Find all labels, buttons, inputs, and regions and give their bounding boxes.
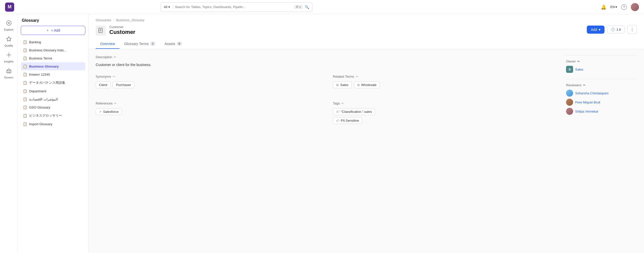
insights-label: Insights [4,60,14,63]
glossary-item-department[interactable]: 📋 Department [21,87,85,95]
synonym-purchaser[interactable]: Purchaser [113,81,134,88]
svg-rect-8 [7,70,11,73]
owner-edit-icon[interactable]: ✏ [577,59,580,63]
glossary-item-arabic-indicators[interactable]: 📋 المؤشرات الإقتصادية [21,95,85,103]
quality-icon [6,36,12,43]
synonym-client[interactable]: Client [96,81,111,88]
glossary-item-import-glossary[interactable]: 📋 Import Glossary [21,120,85,128]
glossary-item-client-12345[interactable]: 📋 Клиент 12345 [21,70,85,78]
language-selector[interactable]: EN ▾ [610,5,617,9]
sidebar-item-explore[interactable]: Explore [2,18,16,33]
tabs: Overview Glossary Terms 2 Assets 8 [96,39,637,49]
sidebar-item-quality[interactable]: Quality [2,34,16,49]
term-icon-sales: ⊞ [336,83,339,87]
chevron-down-icon: ▾ [599,28,600,32]
reviewer-name-shilpa[interactable]: Shilpa Vernekar [575,110,598,113]
glossary-item-banking[interactable]: 📋 Banking [21,38,85,46]
reviewer-name-pere[interactable]: Pere Miquel Brull [575,100,600,104]
glossary-item-business-terms[interactable]: 📋 Business Terms [21,54,85,62]
sidebar-item-govern[interactable]: Govern [2,66,16,81]
references-section: References ✏ ↗ Salesforce [96,101,323,124]
tags-label: Tags ✏ [333,101,560,105]
owner-name[interactable]: Sales [575,68,583,71]
doc-icon: 📋 [23,105,27,109]
references-tags: ↗ Salesforce [96,108,323,115]
synonyms-edit-icon[interactable]: ✏ [113,75,115,78]
reviewer-sriharsha: Sriharsha Chintalapani [566,90,637,97]
add-primary-button[interactable]: Add ▾ [587,26,605,34]
svg-point-3 [8,54,10,56]
glossary-item-business-glossary-indo[interactable]: 📋 Business Glossary Indo... [21,46,85,54]
tag-pii-sensitive[interactable]: 🏷 PII.Sensitive [333,117,362,124]
page-header-row: Customer Customer Add ▾ 🕐 1.6 ⋮ [96,25,637,36]
glossary-sidebar: Glossary ＋ + Add 📋 Banking 📋 Business Gl… [18,14,89,253]
content-body: Description ✏ Customer or client for the… [89,49,644,137]
references-edit-icon[interactable]: ✏ [114,101,117,105]
doc-icon: 📋 [23,81,27,85]
related-terms-section: Related Terms ✏ ⊞ Sales ⊞ Wholesale [333,75,560,88]
breadcrumb-glossaries[interactable]: Glossaries [96,18,111,22]
page-title-text: Customer Customer [109,25,135,35]
reviewer-name-sriharsha[interactable]: Sriharsha Chintalapani [575,91,609,95]
avatar[interactable] [631,3,639,11]
glossary-item-data-governance-jp[interactable]: 📋 データガバナンス用語集 [21,78,85,87]
svg-marker-2 [6,37,11,41]
search-bar: All ▾ ⌘K 🔍 [160,2,312,12]
header-actions: Add ▾ 🕐 1.6 ⋮ [587,25,637,34]
reference-salesforce[interactable]: ↗ Salesforce [96,108,122,115]
doc-icon: 📋 [23,56,27,60]
version-button[interactable]: 🕐 1.6 [607,26,625,33]
description-edit-icon[interactable]: ✏ [114,55,116,59]
tag-icon-1: 🏷 [336,110,339,114]
explore-icon [6,20,12,27]
glossary-item-business-glossary[interactable]: 📋 Business Glossary [21,62,85,70]
explore-label: Explore [4,28,13,31]
glossary-item-gso-glossary[interactable]: 📋 GSO Glossary [21,103,85,111]
synonyms-section: Synonyms ✏ Client Purchaser [96,75,323,88]
related-terms-tags: ⊞ Sales ⊞ Wholesale [333,81,560,88]
tab-assets[interactable]: Assets 8 [160,39,187,49]
description-section: Description ✏ Customer or client for the… [96,55,560,68]
search-icon: 🔍 [305,5,309,9]
tags-edit-icon[interactable]: ✏ [341,101,344,105]
tag-icon-2: 🏷 [336,119,339,122]
breadcrumb-business-glossary: Business_Glossary [116,18,144,22]
synonyms-label: Synonyms ✏ [96,75,323,78]
doc-icon: 📋 [23,122,27,126]
reviewer-avatar-sriharsha [566,90,573,97]
assets-badge: 8 [177,42,182,46]
breadcrumb: Glossaries / Business_Glossary [96,18,637,22]
topbar: M All ▾ ⌘K 🔍 🔔 EN ▾ ? [0,0,644,14]
doc-icon: 📋 [23,89,27,93]
doc-icon: 📋 [23,64,27,68]
app-logo[interactable]: M [5,3,14,12]
doc-icon: 📋 [23,40,27,44]
chevron-down-icon: ▾ [615,5,617,9]
tab-glossary-terms[interactable]: Glossary Terms 2 [119,39,160,49]
reviewers-edit-icon[interactable]: ✏ [583,83,586,87]
content-main: Description ✏ Customer or client for the… [96,55,560,131]
divider [566,79,637,79]
glossary-item-business-glossary-jp[interactable]: 📋 ビジネスグロッサリー [21,111,85,120]
govern-label: Govern [4,76,13,79]
page-title-wrap: Customer Customer [96,25,135,36]
help-icon[interactable]: ? [621,4,627,10]
tag-classification-sales[interactable]: 🏷 "Classification.".sales [333,108,375,115]
doc-icon: 📋 [23,114,27,118]
related-terms-edit-icon[interactable]: ✏ [356,75,358,78]
tab-overview[interactable]: Overview [96,39,119,49]
plus-icon: ＋ [46,28,49,33]
related-term-sales[interactable]: ⊞ Sales [333,81,352,88]
description-text: Customer or client for the business. [96,62,560,68]
glossary-add-button[interactable]: ＋ + Add [21,26,85,35]
svg-point-0 [6,21,11,25]
owner-section: Owner ✏ S Sales [566,59,637,73]
glossary-terms-badge: 2 [150,42,155,46]
breadcrumb-separator: / [113,18,114,22]
sidebar-item-insights[interactable]: Insights [2,50,16,65]
related-term-wholesale[interactable]: ⊞ Wholesale [354,81,380,88]
search-input[interactable] [175,5,292,9]
search-all-dropdown[interactable]: All ▾ [164,5,173,9]
more-options-button[interactable]: ⋮ [627,25,637,34]
bell-icon[interactable]: 🔔 [601,4,606,10]
